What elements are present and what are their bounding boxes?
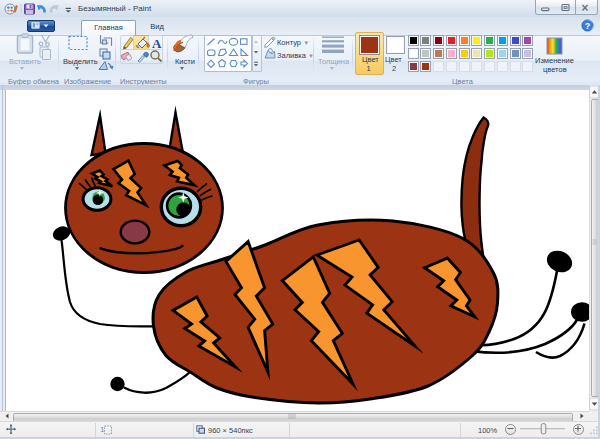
- svg-text:A: A: [152, 36, 162, 51]
- svg-text:1: 1: [100, 425, 105, 434]
- svg-text:?: ?: [585, 21, 591, 31]
